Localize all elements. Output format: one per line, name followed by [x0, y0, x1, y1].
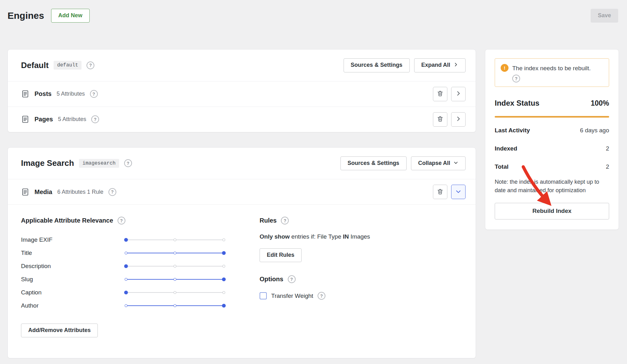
help-icon[interactable]: ?: [118, 217, 125, 224]
stat-value: 2: [606, 145, 609, 152]
expand-source-button[interactable]: [451, 112, 466, 127]
source-name: Posts: [34, 90, 51, 98]
transfer-weight-row: Transfer Weight ?: [260, 292, 435, 300]
stat-label: Total: [495, 163, 508, 170]
stat-label: Indexed: [495, 145, 517, 152]
rebuild-alert: ! The index needs to be rebuilt. ?: [495, 58, 609, 87]
slider-handle[interactable]: [222, 277, 226, 281]
slider-handle[interactable]: [222, 251, 226, 255]
rules-heading: Rules ?: [260, 217, 435, 224]
engines-column: Default default ? Sources & Settings Exp…: [8, 49, 476, 358]
source-row-posts: Posts 5 Attributes ?: [8, 81, 476, 107]
collapse-all-button[interactable]: Collapse All: [411, 156, 466, 171]
collapse-source-button[interactable]: [451, 185, 466, 199]
slider-mid-tick: [174, 252, 177, 255]
media-expanded-panel: Applicable Attribute Relevance ? Image E…: [8, 204, 476, 358]
slider-end-cap: [223, 239, 225, 241]
save-button[interactable]: Save: [591, 9, 618, 23]
delete-source-button[interactable]: [433, 87, 447, 101]
add-new-button[interactable]: Add New: [51, 9, 90, 23]
chevron-right-icon: [455, 90, 461, 98]
transfer-weight-label: Transfer Weight: [271, 293, 313, 299]
help-icon[interactable]: ?: [512, 75, 520, 82]
relevance-slider[interactable]: [126, 290, 224, 295]
index-note: Note: the index is automatically kept up…: [495, 178, 609, 195]
sources-settings-button[interactable]: Sources & Settings: [340, 156, 407, 171]
rebuild-index-button[interactable]: Rebuild Index: [495, 203, 609, 219]
slider-handle[interactable]: [124, 238, 128, 242]
index-sidebar: ! The index needs to be rebuilt. ? Index…: [485, 49, 619, 230]
engine-slug-badge: default: [54, 61, 82, 70]
slider-mid-tick: [174, 239, 177, 241]
relevance-slider[interactable]: [126, 237, 224, 242]
slider-start-cap: [125, 304, 128, 307]
engine-card-default: Default default ? Sources & Settings Exp…: [8, 49, 476, 132]
attribute-row: Caption: [21, 286, 240, 299]
slider-mid-tick: [174, 304, 177, 307]
slider-end-cap: [223, 291, 225, 294]
engine-title: Image Search: [21, 158, 74, 168]
slider-handle[interactable]: [124, 264, 128, 268]
page-header: Engines Add New Save: [0, 0, 627, 23]
expand-source-button[interactable]: [451, 87, 466, 101]
edit-rules-button[interactable]: Edit Rules: [260, 248, 302, 262]
help-icon[interactable]: ?: [124, 159, 132, 167]
alert-line: ! The index needs to be rebuilt.: [501, 64, 603, 72]
slider-handle[interactable]: [222, 304, 226, 308]
relevance-slider[interactable]: [126, 251, 224, 256]
source-meta: 6 Attributes 1 Rule: [57, 189, 103, 195]
delete-source-button[interactable]: [433, 112, 447, 127]
content-area: Default default ? Sources & Settings Exp…: [0, 49, 627, 358]
help-icon[interactable]: ?: [91, 115, 99, 123]
relevance-block: Applicable Attribute Relevance ? Image E…: [21, 217, 240, 337]
expand-all-button[interactable]: Expand All: [414, 58, 466, 72]
source-name: Pages: [34, 116, 53, 123]
stat-row-total: Total 2: [495, 158, 609, 176]
chevron-down-icon: [455, 188, 461, 196]
trash-icon: [437, 115, 444, 123]
chevron-right-icon: [453, 62, 458, 69]
help-icon[interactable]: ?: [87, 61, 94, 69]
attribute-row: Image EXIF: [21, 233, 240, 246]
attribute-label: Slug: [21, 276, 126, 283]
help-icon[interactable]: ?: [288, 275, 296, 283]
relevance-slider[interactable]: [126, 277, 224, 282]
options-title: Options: [260, 276, 283, 283]
attribute-label: Title: [21, 250, 126, 256]
attribute-label: Description: [21, 263, 126, 270]
attribute-label: Image EXIF: [21, 236, 126, 243]
attribute-row: Description: [21, 260, 240, 273]
stat-row-indexed: Indexed 2: [495, 140, 609, 158]
warning-icon: !: [501, 64, 508, 72]
help-icon[interactable]: ?: [108, 188, 116, 196]
attribute-row: Title: [21, 246, 240, 260]
trash-icon: [437, 188, 444, 196]
relevance-slider[interactable]: [126, 264, 224, 269]
options-heading: Options ?: [260, 275, 435, 283]
source-row-media: Media 6 Attributes 1 Rule ?: [8, 179, 476, 204]
transfer-weight-checkbox[interactable]: [260, 292, 267, 299]
help-icon[interactable]: ?: [281, 217, 289, 224]
alert-text: The index needs to be rebuilt.: [512, 64, 591, 72]
rules-block: Rules ? Only show entries if: File Type …: [260, 217, 435, 337]
engine-header-actions: Sources & Settings Collapse All: [340, 156, 466, 171]
chevron-down-icon: [453, 160, 458, 167]
engine-header: Default default ? Sources & Settings Exp…: [8, 50, 476, 81]
chevron-right-icon: [455, 116, 461, 123]
slider-mid-tick: [174, 291, 177, 294]
attribute-row: Slug: [21, 273, 240, 286]
source-actions: [433, 112, 466, 127]
rule-middle-text: entries if: File Type: [290, 233, 343, 240]
delete-source-button[interactable]: [433, 185, 447, 199]
relevance-slider[interactable]: [126, 303, 224, 308]
help-icon[interactable]: ?: [90, 90, 98, 98]
engine-header-actions: Sources & Settings Expand All: [344, 58, 466, 72]
help-icon[interactable]: ?: [318, 292, 325, 300]
index-status-card: ! The index needs to be rebuilt. ? Index…: [485, 49, 619, 230]
sources-settings-button[interactable]: Sources & Settings: [344, 58, 410, 72]
slider-handle[interactable]: [124, 291, 128, 294]
source-meta: 5 Attributes: [56, 91, 85, 97]
relevance-heading: Applicable Attribute Relevance ?: [21, 217, 240, 224]
add-remove-attributes-button[interactable]: Add/Remove Attributes: [21, 324, 98, 337]
slider-end-cap: [223, 265, 225, 268]
